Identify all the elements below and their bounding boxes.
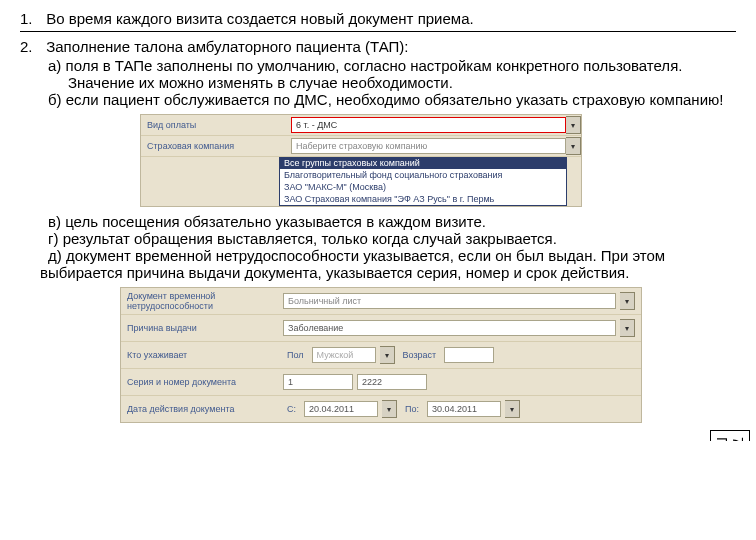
date-from-field[interactable]: 20.04.2011 (304, 401, 378, 417)
sub-g: г) результат обращения выставляется, тол… (48, 230, 736, 247)
date-to-label: По: (401, 404, 423, 414)
form2-row-data: Дата действия документа С: 20.04.2011 ▾ … (121, 396, 641, 422)
form1: Вид оплаты 6 т. - ДМС ▾ Страховая компан… (140, 114, 582, 207)
form2-row-doc: Документ временной нетрудоспособности Бо… (121, 288, 641, 315)
calendar-icon[interactable]: ▾ (505, 400, 520, 418)
seria-field[interactable]: 1 (283, 374, 353, 390)
form2-label-doc: Документ временной нетрудоспособности (121, 291, 283, 311)
form1-label-strah: Страховая компания (141, 141, 291, 151)
item-text-1: Во время каждого визита создается новый … (46, 10, 474, 27)
doc-field[interactable]: Больничный лист (283, 293, 616, 309)
form2-label-kto: Кто ухаживает (121, 350, 283, 360)
dropdown-icon[interactable]: ▾ (620, 319, 635, 337)
form2-label-prichina: Причина выдачи (121, 323, 283, 333)
prichina-field[interactable]: Заболевание (283, 320, 616, 336)
date-to-field[interactable]: 30.04.2011 (427, 401, 501, 417)
pol-field[interactable]: Мужской (312, 347, 376, 363)
form2-row-seria: Серия и номер документа 1 2222 (121, 369, 641, 396)
vozrast-label: Возраст (399, 350, 441, 360)
form2: Документ временной нетрудоспособности Бо… (120, 287, 642, 423)
pol-label: Пол (283, 350, 308, 360)
list-item-1: 1. Во время каждого визита создается нов… (20, 10, 736, 27)
list-item-2: 2. Заполнение талона амбулаторного пацие… (20, 38, 736, 55)
dropdown-icon[interactable]: ▾ (380, 346, 395, 364)
vozrast-field[interactable] (444, 347, 494, 363)
date-from-label: С: (283, 404, 300, 414)
sub-v: в) цель посещения обязательно указываетс… (48, 213, 736, 230)
dropdown-icon[interactable]: ▾ (566, 116, 581, 134)
sub-b: б) если пациент обслуживается по ДМС, не… (48, 91, 736, 108)
dropdown-list: Все группы страховых компаний Благотвори… (279, 157, 567, 206)
form2-label-data: Дата действия документа (121, 404, 283, 414)
divider-1 (20, 31, 736, 32)
calendar-icon[interactable]: ▾ (382, 400, 397, 418)
item-number-1: 1. (20, 10, 42, 27)
form1-row-vid-oplaty: Вид оплаты 6 т. - ДМС ▾ (141, 115, 581, 136)
form1-label-vid-oplaty: Вид оплаты (141, 120, 291, 130)
dd-option[interactable]: Благотворительный фонд социального страх… (280, 169, 566, 181)
side-tab: 7. Памятка (710, 430, 750, 441)
nomer-field[interactable]: 2222 (357, 374, 427, 390)
form1-wrap: Вид оплаты 6 т. - ДМС ▾ Страховая компан… (140, 114, 676, 207)
dd-option[interactable]: ЗАО Страховая компания "ЭФ АЗ Русь" в г.… (280, 193, 566, 205)
form1-row-strah: Страховая компания Наберите страховую ко… (141, 136, 581, 157)
strah-field[interactable]: Наберите страховую компанию (291, 138, 566, 154)
sub-a2: Значение их можно изменять в случае необ… (68, 74, 736, 91)
sub-d: д) документ временной нетрудоспособности… (48, 247, 736, 264)
item-number-2: 2. (20, 38, 42, 55)
item-text-2: Заполнение талона амбулаторного пациента… (46, 38, 408, 55)
vid-oplaty-field[interactable]: 6 т. - ДМС (291, 117, 566, 133)
form2-label-seria: Серия и номер документа (121, 377, 283, 387)
form2-row-prichina: Причина выдачи Заболевание ▾ (121, 315, 641, 342)
dropdown-icon[interactable]: ▾ (566, 137, 581, 155)
dd-option[interactable]: ЗАО "МАКС-М" (Москва) (280, 181, 566, 193)
sub-a: а) поля в ТАПе заполнены по умолчанию, с… (48, 57, 736, 74)
form2-row-kto: Кто ухаживает Пол Мужской ▾ Возраст (121, 342, 641, 369)
dropdown-icon[interactable]: ▾ (620, 292, 635, 310)
sub-d2: выбирается причина выдачи документа, ука… (40, 264, 736, 281)
dd-option[interactable]: Все группы страховых компаний (280, 157, 566, 169)
